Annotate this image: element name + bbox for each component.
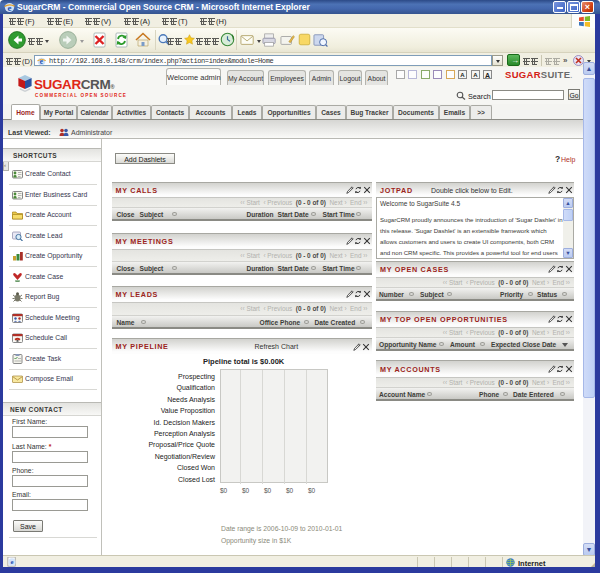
svg-text:e: e [10,558,13,565]
svg-text:e: e [8,3,12,13]
